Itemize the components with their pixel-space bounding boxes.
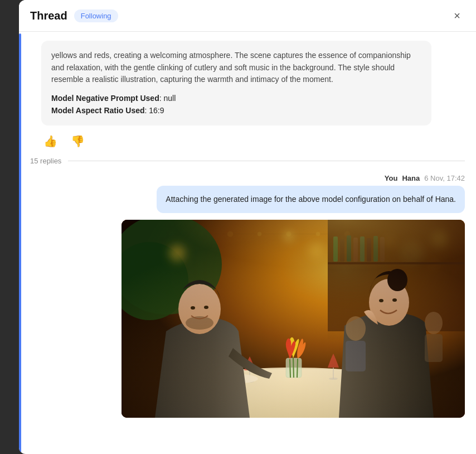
replies-count: 15 replies: [30, 157, 61, 165]
aspect-ratio-line: Model Aspect Ratio Used: 16:9: [51, 105, 421, 117]
user-message-area: You Hana 6 Nov, 17:42 Attaching the gene…: [30, 174, 465, 427]
generated-image: [122, 220, 465, 418]
thumbs-down-button[interactable]: 👎: [69, 132, 87, 150]
negative-prompt-value: : null: [159, 94, 176, 103]
system-message-container: yellows and reds, creating a welcoming a…: [41, 41, 465, 125]
you-label: You: [385, 174, 398, 182]
svg-rect-54: [122, 220, 465, 320]
negative-prompt-line: Model Negative Prompt Used: null: [51, 93, 421, 105]
aspect-ratio-value: : 16:9: [145, 106, 164, 115]
system-bubble: yellows and reds, creating a welcoming a…: [41, 41, 431, 125]
panel-content: yellows and reds, creating a welcoming a…: [19, 32, 476, 454]
image-container: [122, 220, 465, 427]
following-badge: Following: [74, 9, 118, 22]
thumbs-up-button[interactable]: 👍: [41, 132, 60, 150]
thread-bar: [19, 33, 21, 454]
aspect-ratio-label: Model Aspect Ratio Used: [51, 106, 145, 115]
system-body-text: yellows and reds, creating a welcoming a…: [51, 50, 421, 86]
negative-prompt-label: Model Negative Prompt Used: [51, 94, 159, 103]
message-timestamp: 6 Nov, 17:42: [424, 174, 465, 182]
user-bubble: Attaching the generated image for the ab…: [157, 186, 465, 213]
user-meta: You Hana 6 Nov, 17:42: [385, 174, 465, 182]
thumbs-up-icon: 👍: [43, 134, 57, 148]
hana-label: Hana: [402, 174, 420, 182]
thread-panel: Thread Following × yellows and reds, cre…: [19, 0, 476, 454]
scene-svg: [122, 220, 465, 418]
restaurant-scene: [122, 220, 465, 418]
close-icon: ×: [454, 9, 460, 22]
panel-header: Thread Following ×: [19, 0, 476, 32]
close-button[interactable]: ×: [449, 8, 465, 23]
panel-title: Thread: [30, 9, 67, 22]
reaction-row: 👍 👎: [41, 132, 465, 150]
replies-divider: 15 replies: [30, 157, 465, 165]
thumbs-down-icon: 👎: [71, 134, 85, 148]
